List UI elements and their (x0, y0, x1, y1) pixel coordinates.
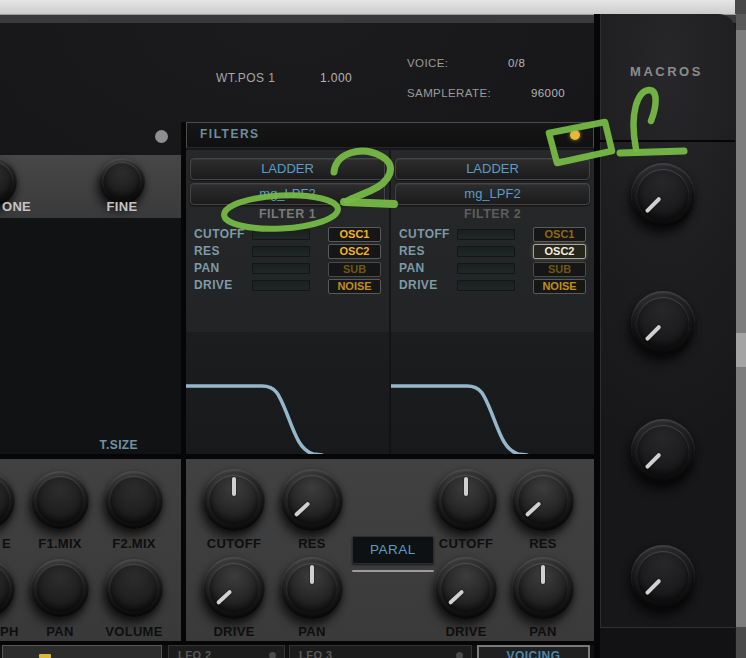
filter1-type-button[interactable]: LADDER (190, 158, 385, 180)
filter2-route-noise[interactable]: NOISE (533, 279, 586, 294)
divider-upper-lower (0, 454, 594, 459)
f1-mix-knob[interactable] (31, 471, 89, 529)
filter2-res-pointer (499, 456, 587, 544)
filter1-cutoff-slider[interactable] (252, 229, 310, 240)
filter1-pan-slider[interactable] (252, 263, 310, 274)
filter1-panel: LADDER mg_LPF2 FILTER 1 CUTOFF OSC1 RES … (186, 150, 389, 455)
f2-mix-knob[interactable] (105, 471, 163, 529)
filter1-res-label: RES (194, 244, 220, 258)
filters-section-title: FILTERS (200, 127, 260, 141)
osc-display-area (0, 218, 181, 454)
filter-knobs-panel: CUTOFF RES CUTOFF RES PARAL DRIVE PAN DR… (186, 459, 594, 641)
filter1-name-tab[interactable]: FILTER 1 (186, 207, 389, 221)
paral-divider-line (352, 570, 434, 572)
lfo2-dot (269, 652, 276, 658)
filter1-res-slider[interactable] (252, 246, 310, 257)
filter1-response-curve (186, 386, 322, 455)
filter1-pan-knob[interactable] (281, 557, 343, 619)
filter1-drive-knob[interactable] (203, 557, 265, 619)
host-title-bar (0, 0, 746, 15)
filter2-drive-label: DRIVE (399, 278, 438, 292)
filter1-pan-label: PAN (194, 261, 220, 275)
filter1-drive-pointer (190, 544, 278, 632)
env-indicator (39, 654, 51, 658)
mixer-edge-knob-top[interactable] (0, 471, 15, 529)
osc-fine-knob[interactable] (99, 158, 145, 204)
filter2-res-label: RES (399, 244, 425, 258)
parallel-routing-button[interactable]: PARAL (352, 536, 434, 564)
filter1-res-knob[interactable] (281, 469, 343, 531)
divider-left-filters (181, 122, 186, 645)
filter2-drive-slider[interactable] (457, 280, 515, 291)
scrollbar-thumb[interactable] (736, 333, 746, 367)
voice-label: VOICE: (407, 57, 448, 69)
f1-mix-label: F1.MIX (30, 536, 90, 551)
macro-knob-2[interactable] (631, 291, 695, 355)
filter2-res-knob-label: RES (512, 536, 574, 551)
filter1-res-knob-label: RES (281, 536, 343, 551)
filter2-cutoff-knob[interactable] (435, 469, 497, 531)
filter2-drive-pointer (422, 544, 510, 632)
filter1-route-osc2[interactable]: OSC2 (328, 244, 381, 259)
filter2-response-display (391, 332, 594, 455)
divider-filters-macros (594, 14, 600, 658)
filter2-route-sub[interactable]: SUB (533, 262, 586, 277)
macros-bottom-band (600, 627, 735, 658)
filter1-drive-knob-label: DRIVE (200, 624, 268, 639)
filter1-drive-slider[interactable] (252, 280, 310, 291)
filter1-cutoff-knob[interactable] (203, 469, 265, 531)
filter2-drive-knob-label: DRIVE (432, 624, 500, 639)
lfo3-label: LFO 3 (299, 649, 333, 658)
bottom-panel-env (2, 645, 162, 658)
macros-divider (600, 140, 735, 142)
macro-knob-4[interactable] (631, 545, 695, 609)
filter1-route-osc1[interactable]: OSC1 (328, 227, 381, 242)
filter1-pan-pointer (281, 557, 343, 619)
filter2-res-slider[interactable] (457, 246, 515, 257)
filter1-model-button[interactable]: mg_LPF2 (190, 183, 385, 205)
filter2-res-knob[interactable] (512, 469, 574, 531)
samplerate-value: 96000 (515, 87, 565, 99)
filter1-pan-knob-label: PAN (281, 624, 343, 639)
wtpos-label: WT.POS 1 (216, 71, 275, 85)
samplerate-label: SAMPLERATE: (407, 87, 491, 99)
filter2-route-osc1[interactable]: OSC1 (533, 227, 586, 242)
master-volume-label: VOLUME (96, 624, 172, 639)
host-titlebar-corner (735, 0, 746, 14)
osc-fine-label: FINE (92, 199, 152, 214)
filter2-panel: LADDER mg_LPF2 FILTER 2 CUTOFF OSC1 RES … (391, 150, 594, 455)
scrollbar-track (736, 14, 746, 658)
scrollbar-top-segment (736, 14, 746, 30)
macros-title: MACROS (600, 64, 733, 79)
filter2-route-osc2[interactable]: OSC2 (533, 244, 586, 259)
osc-tune-panel: ONE FINE (0, 155, 181, 219)
filter1-cutoff-pointer (203, 469, 265, 531)
macro-knob-3[interactable] (631, 419, 695, 483)
filter2-type-button[interactable]: LADDER (395, 158, 590, 180)
lfo2-label: LFO 2 (178, 649, 212, 658)
filter1-route-noise[interactable]: NOISE (328, 279, 381, 294)
filter2-pan-knob[interactable] (512, 557, 574, 619)
filters-power-led[interactable] (570, 130, 580, 140)
bottom-panel-lfo3: LFO 3 (289, 645, 472, 658)
filter2-name-tab[interactable]: FILTER 2 (391, 207, 594, 221)
wtpos-value[interactable]: 1.000 (320, 71, 352, 85)
filter2-model-button[interactable]: mg_LPF2 (395, 183, 590, 205)
filter2-pan-label: PAN (399, 261, 425, 275)
filter2-pan-knob-label: PAN (512, 624, 574, 639)
scrollbar-bottom-segment (736, 627, 746, 658)
section-led[interactable] (155, 130, 168, 143)
filter2-cutoff-slider[interactable] (457, 229, 515, 240)
master-volume-knob[interactable] (105, 559, 163, 617)
filter2-cutoff-label: CUTOFF (399, 227, 450, 241)
osc-tone-label: ONE (2, 199, 31, 214)
filter1-route-sub[interactable]: SUB (328, 262, 381, 277)
master-pan-knob[interactable] (31, 559, 89, 617)
filter2-pan-slider[interactable] (457, 263, 515, 274)
bottom-panel-voicing[interactable]: VOICING (477, 645, 590, 658)
macro-knob-1[interactable] (631, 163, 695, 227)
f2-mix-label: F2.MIX (104, 536, 164, 551)
mixer-edge-knob-bottom[interactable] (0, 559, 15, 617)
filter2-drive-knob[interactable] (435, 557, 497, 619)
filter1-drive-label: DRIVE (194, 278, 233, 292)
